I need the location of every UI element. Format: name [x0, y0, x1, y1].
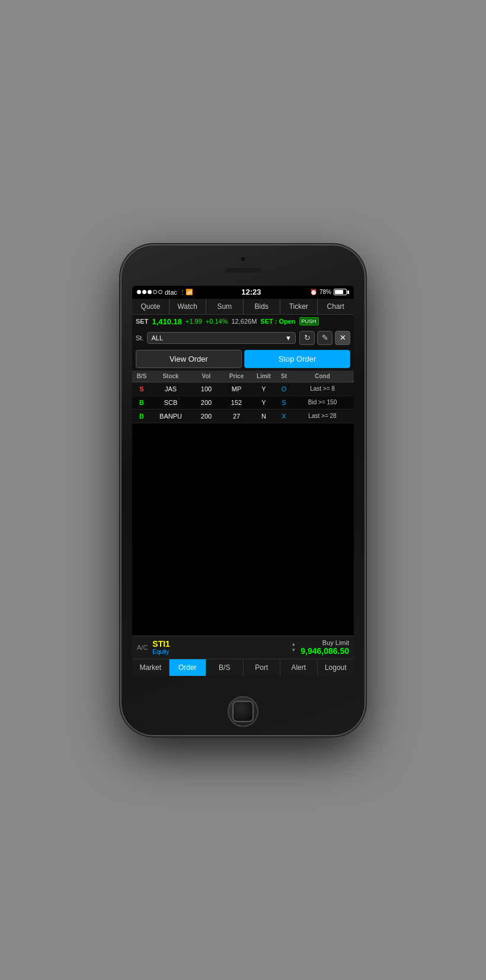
- filter-bar: St. ALL ▼ ↻ ✎ ✕: [132, 328, 354, 347]
- market-label: SET: [136, 318, 148, 325]
- tab-ticker[interactable]: Ticker: [280, 299, 318, 314]
- battery-body: [334, 289, 347, 295]
- signal-dot-1: [137, 290, 141, 294]
- bottom-tab-market[interactable]: Market: [132, 659, 170, 676]
- filter-select[interactable]: ALL ▼: [147, 332, 296, 344]
- carrier-name: dtac: [165, 289, 177, 296]
- col-st: St: [276, 373, 292, 379]
- account-arrows: ▲ ▼: [291, 641, 296, 653]
- row2-bs: B: [133, 399, 150, 406]
- row3-limit: N: [252, 413, 276, 420]
- status-right: ⏰ 78%: [310, 289, 349, 295]
- row2-vol: 200: [191, 399, 221, 406]
- phone-screen: dtac ⋮📶 12:23 ⏰ 78% Quote Watch Sum Bids: [132, 286, 354, 676]
- arrow-up-icon: ▲: [291, 641, 296, 647]
- account-name: STI1: [152, 639, 286, 649]
- phone-speaker: [225, 268, 261, 273]
- table-row[interactable]: S JAS 100 MP Y O Last >= 8: [132, 382, 354, 396]
- row1-vol: 100: [191, 385, 221, 392]
- row1-price: MP: [221, 385, 252, 392]
- bottom-tab-alert[interactable]: Alert: [280, 659, 318, 676]
- filter-actions: ↻ ✎ ✕: [299, 331, 350, 345]
- row1-cond: Last >= 8: [292, 385, 353, 392]
- view-order-button[interactable]: View Order: [136, 350, 242, 368]
- tab-chart[interactable]: Chart: [318, 299, 354, 314]
- row1-status: O: [276, 385, 292, 392]
- row1-stock: JAS: [150, 385, 191, 392]
- bottom-nav: Market Order B/S Port Alert Logout: [132, 659, 354, 676]
- refresh-button[interactable]: ↻: [299, 331, 315, 345]
- market-value: 1,410.18: [152, 317, 182, 326]
- row3-vol: 200: [191, 413, 221, 420]
- account-bar: A/C STI1 Equity ▲ ▼ Buy Limit 9,946,086.…: [132, 636, 354, 659]
- filter-label: St.: [136, 334, 143, 341]
- row1-limit: Y: [252, 385, 276, 392]
- row3-cond: Last >= 28: [292, 413, 353, 419]
- home-button-inner: [232, 701, 254, 722]
- market-status: SET : Open: [260, 318, 295, 325]
- stop-order-button[interactable]: Stop Order: [244, 350, 350, 368]
- market-change: +1.99: [186, 318, 202, 325]
- row1-bs: S: [133, 385, 150, 392]
- status-left: dtac ⋮📶: [137, 289, 193, 296]
- col-vol: Vol: [191, 373, 221, 379]
- row2-status: S: [276, 399, 292, 406]
- col-price: Price: [221, 373, 252, 379]
- home-button[interactable]: [228, 696, 258, 727]
- order-type-bar: View Order Stop Order: [132, 347, 354, 371]
- order-info: Buy Limit 9,946,086.50: [300, 639, 349, 656]
- signal-dots: [137, 290, 162, 294]
- battery-tip: [347, 291, 349, 294]
- alarm-icon: ⏰: [310, 289, 317, 295]
- tab-sum[interactable]: Sum: [206, 299, 244, 314]
- filter-selected-value: ALL: [151, 334, 163, 341]
- phone-camera: [240, 256, 246, 262]
- signal-dot-3: [148, 290, 152, 294]
- battery-icon: [334, 289, 349, 295]
- battery-fill: [335, 290, 343, 294]
- order-label: Buy Limit: [300, 639, 349, 646]
- push-badge: PUSH: [299, 317, 319, 325]
- tab-watch[interactable]: Watch: [170, 299, 207, 314]
- order-value: 9,946,086.50: [300, 646, 349, 656]
- ac-label: A/C: [137, 644, 148, 651]
- signal-dot-5: [158, 290, 162, 294]
- row2-price: 152: [221, 399, 252, 406]
- market-volume: 12,626M: [231, 318, 257, 325]
- tab-bids[interactable]: Bids: [244, 299, 281, 314]
- signal-dot-4: [153, 290, 157, 294]
- market-bar: SET 1,410.18 +1.99 +0.14% 12,626M SET : …: [132, 315, 354, 328]
- table-row[interactable]: B BANPU 200 27 N X Last >= 28: [132, 410, 354, 423]
- status-bar: dtac ⋮📶 12:23 ⏰ 78%: [132, 286, 354, 299]
- signal-dot-2: [142, 290, 146, 294]
- col-cond: Cond: [292, 373, 353, 379]
- battery-percent: 78%: [319, 289, 331, 295]
- table-header: B/S Stock Vol Price Limit St Cond: [132, 371, 354, 382]
- bottom-tab-bs[interactable]: B/S: [206, 659, 244, 676]
- edit-button[interactable]: ✎: [317, 331, 332, 345]
- market-change-pct: +0.14%: [206, 318, 228, 325]
- row2-cond: Bid >= 150: [292, 399, 353, 406]
- nav-tabs: Quote Watch Sum Bids Ticker Chart: [132, 299, 354, 315]
- account-type: Equity: [152, 649, 286, 655]
- row2-stock: SCB: [150, 399, 191, 406]
- row3-price: 27: [221, 413, 252, 420]
- bottom-tab-order[interactable]: Order: [170, 659, 207, 676]
- bottom-tab-logout[interactable]: Logout: [318, 659, 354, 676]
- row2-limit: Y: [252, 399, 276, 406]
- row3-bs: B: [133, 413, 150, 420]
- wifi-icon: ⋮📶: [180, 289, 193, 295]
- status-time: 12:23: [241, 288, 261, 296]
- col-bs: B/S: [133, 373, 150, 379]
- orders-table: B/S Stock Vol Price Limit St Cond S JAS …: [132, 371, 354, 503]
- table-row[interactable]: B SCB 200 152 Y S Bid >= 150: [132, 396, 354, 410]
- tab-quote[interactable]: Quote: [132, 299, 170, 314]
- close-button[interactable]: ✕: [335, 331, 350, 345]
- col-limit: Limit: [252, 373, 276, 379]
- account-info: STI1 Equity: [152, 639, 286, 655]
- empty-space: [132, 503, 354, 636]
- row3-stock: BANPU: [150, 413, 191, 420]
- arrow-down-icon: ▼: [291, 647, 296, 653]
- row3-status: X: [276, 413, 292, 420]
- bottom-tab-port[interactable]: Port: [244, 659, 281, 676]
